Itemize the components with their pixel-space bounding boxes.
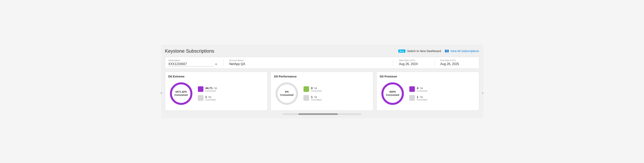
new-dashboard-label: Switch to New Dashboard <box>407 49 441 53</box>
account-label: Account Name: <box>229 59 387 62</box>
account-field: Account Name: NetApp QA <box>229 59 393 66</box>
consumed-swatch-2 <box>409 86 415 92</box>
cards-row: DII Extreme 4471.42%Consumed <box>165 72 479 111</box>
card-title-2: DII Premium <box>380 75 476 78</box>
metrics-col-1: 0 TiB Consumed 1 TiB Committed <box>304 86 322 101</box>
donut-wrapper-2: 400%Consumed <box>380 81 406 106</box>
card-body-2: 400%Consumed 4 TiB Consumed <box>380 81 476 106</box>
card-title-1: DII Performance <box>274 75 370 78</box>
subscription-field: Subscription XXX1234567 ▼ <box>168 59 224 66</box>
consumed-swatch-0 <box>198 86 204 92</box>
subscription-value[interactable]: XXX1234567 ▼ <box>168 62 217 66</box>
consumed-metric-1: 0 TiB Consumed <box>304 86 322 92</box>
committed-swatch-0 <box>198 95 204 101</box>
scroll-left-button[interactable]: ‹ <box>161 90 162 95</box>
donut-label-2: 400%Consumed <box>386 90 399 97</box>
consumed-label-1: Consumed <box>311 90 322 92</box>
card-body-1: 0%Consumed 0 TiB Consumed <box>274 81 370 106</box>
service-card-2: DII Premium 400%Consumed <box>376 72 479 111</box>
consumed-label-2: Consumed <box>417 90 427 92</box>
consumed-value-1: 0 TiB <box>311 86 322 90</box>
donut-wrapper-1: 0%Consumed <box>274 81 300 106</box>
committed-metric-0: 1 TiB Committed <box>198 95 217 101</box>
header-row: Keystone Subscriptions New Switch to New… <box>165 48 479 54</box>
new-dashboard-button[interactable]: New Switch to New Dashboard <box>398 49 441 53</box>
card-body-0: 4471.42%Consumed 44.71 TiB Consumed <box>168 81 264 106</box>
committed-label-1: Committed <box>311 99 322 101</box>
subscription-id: XXX1234567 <box>168 62 214 66</box>
scroll-right-button[interactable]: › <box>482 90 484 95</box>
scrollbar-thumb[interactable] <box>298 113 338 115</box>
committed-value-0: 1 TiB <box>205 95 216 99</box>
end-date-field: End Date (UTC) Aug 26, 2025 <box>440 59 476 66</box>
new-badge: New <box>398 50 406 53</box>
service-card-0: DII Extreme 4471.42%Consumed <box>165 72 268 111</box>
consumed-swatch-1 <box>304 86 309 92</box>
donut-label-0: 4471.42%Consumed <box>174 90 188 97</box>
consumed-metric-2: 4 TiB Consumed <box>409 86 427 92</box>
metrics-col-0: 44.71 TiB Consumed 1 TiB Committed <box>198 86 217 101</box>
page-title: Keystone Subscriptions <box>165 48 214 54</box>
service-card-1: DII Performance 0%Consumed <box>271 72 373 111</box>
dropdown-icon[interactable]: ▼ <box>215 63 217 66</box>
scrollbar-container <box>165 113 479 115</box>
committed-label-0: Committed <box>205 99 216 101</box>
consumed-value-2: 4 TiB <box>417 86 427 90</box>
committed-value-2: 1 TiB <box>417 95 427 99</box>
view-all-label: View All Subscriptions <box>450 49 479 53</box>
donut-label-1: 0%Consumed <box>280 90 294 97</box>
view-all-button[interactable]: View All Subscriptions <box>445 49 479 53</box>
committed-value-1: 1 TiB <box>311 95 322 99</box>
scrollbar-track[interactable] <box>283 113 361 115</box>
account-value: NetApp QA <box>229 62 387 66</box>
start-date-value: Aug 26, 2024 <box>399 62 428 66</box>
committed-metric-2: 1 TiB Committed <box>409 95 427 101</box>
subscription-label: Subscription <box>168 59 217 62</box>
card-title-0: DII Extreme <box>168 75 264 78</box>
end-date-value: Aug 26, 2025 <box>440 62 476 66</box>
consumed-label-0: Consumed <box>205 90 217 92</box>
donut-wrapper-0: 4471.42%Consumed <box>168 81 194 106</box>
consumed-metric-0: 44.71 TiB Consumed <box>198 86 217 92</box>
page-wrapper: Keystone Subscriptions New Switch to New… <box>161 45 483 118</box>
start-date-label: Start Date (UTC) <box>399 59 428 62</box>
list-icon <box>445 50 449 52</box>
committed-label-2: Committed <box>417 99 427 101</box>
subscription-bar: Subscription XXX1234567 ▼ Account Name: … <box>165 57 479 69</box>
metrics-col-2: 4 TiB Consumed 1 TiB Committed <box>409 86 427 101</box>
start-date-field: Start Date (UTC) Aug 26, 2024 <box>399 59 434 66</box>
consumed-value-0: 44.71 TiB <box>205 86 217 90</box>
committed-metric-1: 1 TiB Committed <box>304 95 322 101</box>
header-actions: New Switch to New Dashboard View All Sub… <box>398 49 479 53</box>
committed-swatch-1 <box>304 95 309 101</box>
end-date-label: End Date (UTC) <box>440 59 476 62</box>
committed-swatch-2 <box>409 95 415 101</box>
